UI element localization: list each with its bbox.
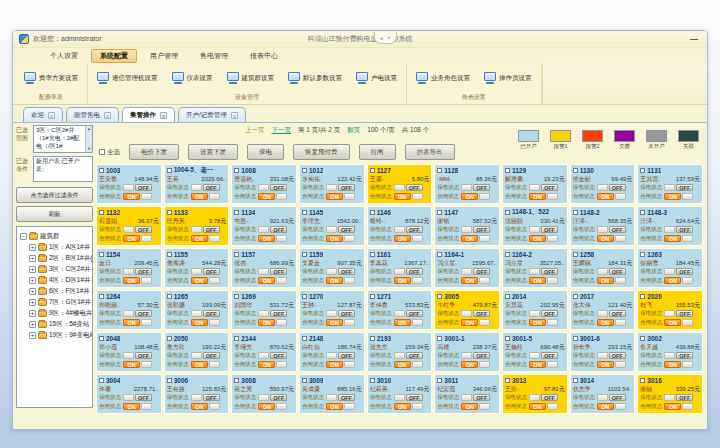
meter-card[interactable]: 3011纪宏霞346.06元保电状态OFF合闸状态ON	[434, 374, 500, 414]
switch-toggle-track[interactable]	[547, 403, 558, 410]
supply-toggle-track[interactable]	[529, 184, 540, 191]
supply-toggle-track[interactable]	[529, 394, 540, 401]
meter-card[interactable]: 1134韦昆-.921.63元保电状态OFF合闸状态ON	[231, 206, 297, 246]
meter-card[interactable]: 2148白红仙186.74元保电状态OFF合闸状态ON	[299, 332, 365, 372]
refresh-button[interactable]: 刷新	[16, 206, 93, 222]
tree-item[interactable]: +7区：G区1#井	[29, 298, 92, 307]
supply-toggle-track[interactable]	[326, 184, 337, 191]
switch-toggle-track[interactable]	[412, 403, 423, 410]
close-icon[interactable]: x	[104, 112, 111, 119]
switch-on-button[interactable]: ON	[597, 403, 614, 410]
switch-on-button[interactable]: ON	[191, 235, 208, 242]
supply-off-button[interactable]: OFF	[609, 184, 626, 191]
supply-toggle-track[interactable]	[326, 394, 337, 401]
switch-on-button[interactable]: ON	[597, 277, 614, 284]
chevron-down-icon[interactable]: ˅	[387, 35, 391, 41]
supply-off-button[interactable]: OFF	[135, 310, 152, 317]
meter-card[interactable]: 1146银铃-.878.12元保电状态OFF合闸状态ON	[367, 206, 433, 246]
expander-icon[interactable]: +	[29, 266, 36, 273]
ribbon-button-费率方案设置[interactable]: 费率方案设置	[17, 69, 85, 88]
switch-on-button[interactable]: ON	[394, 319, 411, 326]
supply-toggle-track[interactable]	[123, 394, 134, 401]
card-checkbox[interactable]	[302, 168, 307, 173]
supply-off-button[interactable]: OFF	[406, 268, 423, 275]
switch-toggle-track[interactable]	[209, 403, 220, 410]
meter-card[interactable]: 1161李真花1367.17..保电状态OFF合闸状态ON	[367, 248, 433, 288]
supply-off-button[interactable]: OFF	[338, 352, 355, 359]
supply-toggle-track[interactable]	[394, 226, 405, 233]
card-checkbox[interactable]	[640, 210, 645, 215]
supply-off-button[interactable]: OFF	[203, 226, 220, 233]
switch-on-button[interactable]: ON	[258, 235, 275, 242]
supply-toggle-track[interactable]	[664, 226, 675, 233]
switch-toggle-track[interactable]	[141, 193, 152, 200]
supply-off-button[interactable]: OFF	[609, 352, 626, 359]
ribbon-button-默认参数设置[interactable]: 默认参数设置	[281, 69, 349, 88]
switch-on-button[interactable]: ON	[191, 319, 208, 326]
supply-toggle-track[interactable]	[597, 310, 608, 317]
supply-off-button[interactable]: OFF	[676, 352, 693, 359]
meter-card[interactable]: 1270王翀-.127.87元保电状态OFF合闸状态ON	[299, 290, 365, 330]
switch-toggle-track[interactable]	[479, 193, 490, 200]
supply-off-button[interactable]: OFF	[406, 394, 423, 401]
meter-card[interactable]: 1263徐丽雪.184.45元保电状态OFF合闸状态ON	[637, 248, 703, 288]
switch-toggle-track[interactable]	[344, 277, 355, 284]
meter-card[interactable]: 2017张大伟121.40元保电状态OFF合闸状态ON	[570, 290, 636, 330]
switch-toggle-track[interactable]	[141, 277, 152, 284]
menu-item-售电管理[interactable]: 售电管理	[191, 49, 237, 63]
supply-off-button[interactable]: OFF	[135, 352, 152, 359]
card-checkbox[interactable]	[167, 168, 172, 173]
switch-on-button[interactable]: ON	[664, 193, 681, 200]
supply-off-button[interactable]: OFF	[406, 184, 423, 191]
supply-off-button[interactable]: OFF	[406, 310, 423, 317]
supply-toggle-track[interactable]	[123, 352, 134, 359]
menu-item-报表中心[interactable]: 报表中心	[241, 49, 287, 63]
switch-on-button[interactable]: ON	[258, 277, 275, 284]
card-checkbox[interactable]	[573, 294, 578, 299]
meter-card[interactable]: 2050贵方欣190.22元保电状态OFF合闸状态ON	[164, 332, 230, 372]
toolbar-button-电价下发[interactable]: 电价下发	[129, 144, 179, 160]
supply-toggle-track[interactable]	[191, 268, 202, 275]
card-checkbox[interactable]	[640, 294, 645, 299]
tree-item[interactable]: +15区：5#变站（3	[29, 320, 92, 329]
supply-off-button[interactable]: OFF	[473, 226, 490, 233]
card-checkbox[interactable]	[234, 252, 239, 257]
supply-toggle-track[interactable]	[664, 394, 675, 401]
meter-card[interactable]: 1148-2汪泽-.568.35元保电状态OFF合闸状态ON	[570, 206, 636, 246]
card-checkbox[interactable]	[437, 294, 442, 299]
switch-toggle-track[interactable]	[209, 319, 220, 326]
ribbon-button-建筑群设置[interactable]: 建筑群设置	[220, 69, 282, 88]
meter-card[interactable]: 1131王其营.137.59元保电状态OFF合闸状态ON	[637, 164, 703, 204]
switch-toggle-track[interactable]	[412, 193, 423, 200]
supply-toggle-track[interactable]	[461, 352, 472, 359]
switch-toggle-track[interactable]	[615, 361, 626, 368]
switch-toggle-track[interactable]	[344, 403, 355, 410]
menu-item-个人设置[interactable]: 个人设置	[41, 49, 87, 63]
card-checkbox[interactable]	[505, 378, 510, 383]
ribbon-button-通信管理机设置[interactable]: 通信管理机设置	[90, 69, 165, 88]
switch-on-button[interactable]: ON	[394, 235, 411, 242]
card-checkbox[interactable]	[437, 336, 442, 341]
switch-toggle-track[interactable]	[682, 361, 693, 368]
expander-icon[interactable]: +	[29, 288, 36, 295]
supply-toggle-track[interactable]	[529, 352, 540, 359]
close-icon[interactable]: x	[231, 112, 238, 119]
supply-toggle-track[interactable]	[461, 310, 472, 317]
switch-toggle-track[interactable]	[209, 277, 220, 284]
meter-card[interactable]: 1271李伟春533.83元保电状态OFF合闸状态ON	[367, 290, 433, 330]
supply-off-button[interactable]: OFF	[676, 184, 693, 191]
card-checkbox[interactable]	[370, 252, 375, 257]
meter-card[interactable]: 1147谢铭587.52元保电状态OFF合闸状态ON	[434, 206, 500, 246]
supply-off-button[interactable]: OFF	[203, 394, 220, 401]
switch-on-button[interactable]: ON	[461, 235, 478, 242]
meter-card[interactable]: 1157张杰686.99元保电状态OFF合闸状态ON	[231, 248, 297, 288]
card-checkbox[interactable]	[640, 168, 645, 173]
card-checkbox[interactable]	[370, 378, 375, 383]
tree-item[interactable]: +19区：9#变电站（	[29, 331, 92, 340]
meter-card[interactable]: 2048郑小霞108.48元保电状态OFF合闸状态ON	[96, 332, 162, 372]
switch-toggle-track[interactable]	[344, 361, 355, 368]
tree-item[interactable]: +1区：A区1#井	[29, 243, 92, 252]
supply-off-button[interactable]: OFF	[135, 394, 152, 401]
select-all[interactable]: 全选	[99, 148, 120, 157]
next-page-link[interactable]: 下一页	[272, 126, 292, 135]
